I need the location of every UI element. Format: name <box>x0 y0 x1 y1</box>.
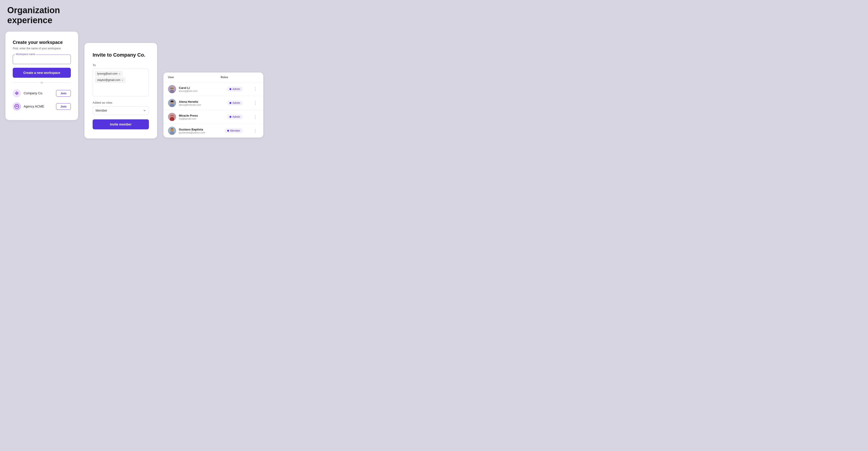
more-options-button-2[interactable]: ⋮ <box>252 114 259 120</box>
workspace-list: Company Co. Join Ag <box>13 88 71 112</box>
agency-name: Agency ACME <box>24 105 44 108</box>
user-email-3: gustavoba@yahoo.com <box>179 131 205 134</box>
table-row: Carol Li lyoung@aol.com Admin ⋮ <box>163 82 263 96</box>
user-name-1: Alena Herwitz <box>179 100 201 104</box>
svg-point-1 <box>17 93 18 94</box>
role-text-1: Admin <box>232 102 240 105</box>
user-cell-1: Alena Herwitz alena@hotmail.com <box>168 99 212 107</box>
email-tag-2: xtaylor@gmail.com × <box>95 78 125 83</box>
role-dot-2 <box>229 116 231 118</box>
workspace-item-company: Company Co. Join <box>13 88 71 98</box>
agency-logo <box>13 102 21 111</box>
join-company-button[interactable]: Join <box>56 90 71 96</box>
role-badge-0: Admin <box>227 87 243 92</box>
col-user-header: User <box>163 73 216 82</box>
invite-member-button[interactable]: Invite member <box>93 119 149 129</box>
user-info-2: Miracle Press mp@gmail.com <box>179 114 198 120</box>
role-select[interactable]: Member Admin Viewer <box>93 106 149 115</box>
workspace-item-agency: Agency ACME Join <box>13 101 71 112</box>
page-title: Organization experience <box>5 5 863 25</box>
email-tag-1: lyoung@aol.com × <box>95 71 122 76</box>
workspace-name-input[interactable] <box>13 55 71 64</box>
user-name-3: Gustavo Baptista <box>179 128 205 131</box>
user-info-1: Alena Herwitz alena@hotmail.com <box>179 100 201 106</box>
role-dot-1 <box>229 102 231 104</box>
role-dot-0 <box>229 88 231 90</box>
email-tag-2-remove[interactable]: × <box>121 79 123 82</box>
role-text-2: Admin <box>232 115 240 118</box>
email-tag-1-address: lyoung@aol.com <box>97 72 118 75</box>
user-email-0: lyoung@aol.com <box>179 90 197 92</box>
role-dot-3 <box>227 130 229 132</box>
col-roles-header: Roles <box>216 73 247 82</box>
table-row: Alena Herwitz alena@hotmail.com Admin ⋮ <box>163 96 263 110</box>
invite-panel: Invite to Company Co. To lyoung@aol.com … <box>85 43 157 138</box>
role-text-0: Admin <box>232 87 240 91</box>
user-cell-2: Miracle Press mp@gmail.com <box>168 113 212 121</box>
user-avatar-3 <box>168 126 176 135</box>
table-row: Miracle Press mp@gmail.com Admin ⋮ <box>163 110 263 124</box>
to-label: To <box>93 63 149 67</box>
user-cell-3: Gustavo Baptista gustavoba@yahoo.com <box>168 126 212 135</box>
role-text-3: Member <box>230 129 240 132</box>
company-logo <box>13 89 21 97</box>
role-badge-3: Member <box>224 128 243 133</box>
user-name-2: Miracle Press <box>179 114 198 117</box>
workspace-input-label: Workspace name <box>15 53 36 55</box>
user-name-0: Carol Li <box>179 86 197 90</box>
more-options-button-0[interactable]: ⋮ <box>252 86 259 92</box>
create-workspace-subheading: First, enter the name of your workspace. <box>13 47 71 50</box>
user-avatar-1 <box>168 99 176 107</box>
email-tag-2-address: xtaylor@gmail.com <box>97 78 120 82</box>
user-info-3: Gustavo Baptista gustavoba@yahoo.com <box>179 128 205 134</box>
email-tags-box[interactable]: lyoung@aol.com × xtaylor@gmail.com × <box>93 69 149 96</box>
user-email-2: mp@gmail.com <box>179 117 198 120</box>
email-tag-1-remove[interactable]: × <box>119 72 121 75</box>
more-options-button-3[interactable]: ⋮ <box>252 128 259 134</box>
user-email-1: alena@hotmail.com <box>179 104 201 106</box>
user-avatar-2 <box>168 113 176 121</box>
join-agency-button[interactable]: Join <box>56 103 71 110</box>
role-badge-2: Admin <box>227 114 243 119</box>
create-workspace-button[interactable]: Create a new workspace <box>13 68 71 78</box>
create-workspace-heading: Create your workspace <box>13 40 71 45</box>
role-badge-1: Admin <box>227 101 243 106</box>
members-panel: User Roles Carol Li lyoung@aol.com <box>163 73 263 138</box>
user-avatar-0 <box>168 85 176 93</box>
company-name: Company Co. <box>24 91 43 95</box>
user-info-0: Carol Li lyoung@aol.com <box>179 86 197 92</box>
roles-label: Added as roles <box>93 101 149 104</box>
divider-text: or <box>41 81 43 84</box>
table-row: Gustavo Baptista gustavoba@yahoo.com Mem… <box>163 124 263 138</box>
create-workspace-panel: Create your workspace First, enter the n… <box>5 32 78 120</box>
invite-heading: Invite to Company Co. <box>93 52 149 58</box>
more-options-button-1[interactable]: ⋮ <box>252 100 259 106</box>
user-cell-0: Carol Li lyoung@aol.com <box>168 85 212 93</box>
